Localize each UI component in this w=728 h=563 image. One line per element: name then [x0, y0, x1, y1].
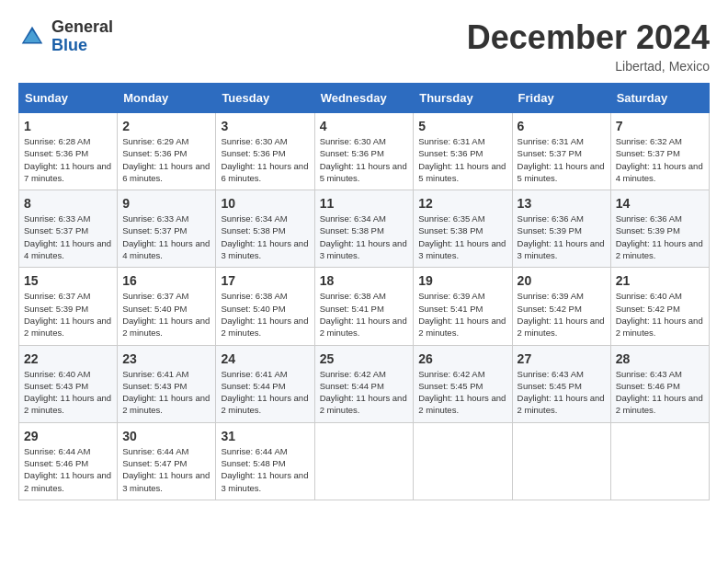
table-row: 4 Sunrise: 6:30 AM Sunset: 5:36 PM Dayli…: [314, 113, 414, 190]
table-row: 25 Sunrise: 6:42 AM Sunset: 5:44 PM Dayl…: [314, 345, 414, 422]
day-number: 25: [320, 351, 409, 366]
col-wednesday: Wednesday: [314, 84, 414, 113]
day-number: 8: [24, 196, 112, 211]
title-block: December 2024 Libertad, Mexico: [467, 18, 710, 74]
logo-general: General: [51, 17, 113, 36]
day-info: Sunrise: 6:34 AM Sunset: 5:38 PM Dayligh…: [221, 213, 309, 261]
table-row: 27 Sunrise: 6:43 AM Sunset: 5:45 PM Dayl…: [512, 345, 610, 422]
day-info: Sunrise: 6:36 AM Sunset: 5:39 PM Dayligh…: [616, 213, 704, 261]
day-info: Sunrise: 6:37 AM Sunset: 5:39 PM Dayligh…: [24, 290, 112, 339]
table-row: 11 Sunrise: 6:34 AM Sunset: 5:38 PM Dayl…: [314, 190, 414, 268]
location: Libertad, Mexico: [467, 59, 710, 74]
day-number: 21: [616, 273, 704, 288]
logo-blue: Blue: [51, 36, 87, 54]
day-number: 17: [221, 273, 309, 288]
table-row: 20 Sunrise: 6:39 AM Sunset: 5:42 PM Dayl…: [512, 268, 610, 345]
day-number: 5: [418, 119, 506, 133]
table-row: 13 Sunrise: 6:36 AM Sunset: 5:39 PM Dayl…: [512, 190, 610, 268]
day-info: Sunrise: 6:31 AM Sunset: 5:36 PM Dayligh…: [418, 135, 506, 184]
table-row: 3 Sunrise: 6:30 AM Sunset: 5:36 PM Dayli…: [216, 113, 314, 190]
table-row: 29 Sunrise: 6:44 AM Sunset: 5:46 PM Dayl…: [19, 422, 118, 500]
table-row: 7 Sunrise: 6:32 AM Sunset: 5:37 PM Dayli…: [610, 113, 709, 190]
col-monday: Monday: [118, 84, 216, 113]
table-row: 30 Sunrise: 6:44 AM Sunset: 5:47 PM Dayl…: [118, 422, 216, 500]
day-number: 18: [320, 273, 409, 288]
table-row: [414, 422, 512, 500]
table-row: 28 Sunrise: 6:43 AM Sunset: 5:46 PM Dayl…: [610, 345, 709, 422]
table-row: [314, 422, 414, 500]
day-number: 3: [221, 119, 309, 133]
day-number: 1: [24, 119, 112, 133]
day-info: Sunrise: 6:44 AM Sunset: 5:46 PM Dayligh…: [24, 445, 112, 494]
table-row: 5 Sunrise: 6:31 AM Sunset: 5:36 PM Dayli…: [414, 113, 512, 190]
day-number: 13: [518, 196, 606, 211]
table-row: 24 Sunrise: 6:41 AM Sunset: 5:44 PM Dayl…: [216, 345, 314, 422]
day-info: Sunrise: 6:38 AM Sunset: 5:40 PM Dayligh…: [221, 290, 309, 339]
table-row: 15 Sunrise: 6:37 AM Sunset: 5:39 PM Dayl…: [19, 268, 118, 345]
col-saturday: Saturday: [610, 84, 709, 113]
calendar-header-row: Sunday Monday Tuesday Wednesday Thursday…: [19, 84, 710, 113]
day-number: 22: [24, 351, 112, 366]
col-sunday: Sunday: [19, 84, 118, 113]
table-row: 16 Sunrise: 6:37 AM Sunset: 5:40 PM Dayl…: [118, 268, 216, 345]
day-number: 29: [24, 429, 112, 443]
day-info: Sunrise: 6:43 AM Sunset: 5:46 PM Dayligh…: [616, 368, 704, 417]
day-info: Sunrise: 6:30 AM Sunset: 5:36 PM Dayligh…: [320, 135, 409, 184]
table-row: 31 Sunrise: 6:44 AM Sunset: 5:48 PM Dayl…: [216, 422, 314, 500]
day-number: 27: [518, 351, 606, 366]
calendar: Sunday Monday Tuesday Wednesday Thursday…: [18, 83, 710, 500]
month-title: December 2024: [467, 18, 710, 57]
day-info: Sunrise: 6:37 AM Sunset: 5:40 PM Dayligh…: [122, 290, 210, 339]
day-info: Sunrise: 6:43 AM Sunset: 5:45 PM Dayligh…: [518, 368, 606, 417]
table-row: 18 Sunrise: 6:38 AM Sunset: 5:41 PM Dayl…: [314, 268, 414, 345]
day-info: Sunrise: 6:36 AM Sunset: 5:39 PM Dayligh…: [518, 213, 606, 261]
day-info: Sunrise: 6:28 AM Sunset: 5:36 PM Dayligh…: [24, 135, 112, 184]
day-number: 9: [122, 196, 210, 211]
day-info: Sunrise: 6:32 AM Sunset: 5:37 PM Dayligh…: [616, 135, 704, 184]
day-number: 12: [418, 196, 506, 211]
table-row: 21 Sunrise: 6:40 AM Sunset: 5:42 PM Dayl…: [610, 268, 709, 345]
table-row: 23 Sunrise: 6:41 AM Sunset: 5:43 PM Dayl…: [118, 345, 216, 422]
day-info: Sunrise: 6:34 AM Sunset: 5:38 PM Dayligh…: [320, 213, 409, 261]
table-row: 2 Sunrise: 6:29 AM Sunset: 5:36 PM Dayli…: [118, 113, 216, 190]
day-number: 7: [616, 119, 704, 133]
table-row: 14 Sunrise: 6:36 AM Sunset: 5:39 PM Dayl…: [610, 190, 709, 268]
day-number: 28: [616, 351, 704, 366]
day-info: Sunrise: 6:31 AM Sunset: 5:37 PM Dayligh…: [518, 135, 606, 184]
day-info: Sunrise: 6:41 AM Sunset: 5:44 PM Dayligh…: [221, 368, 309, 417]
day-info: Sunrise: 6:30 AM Sunset: 5:36 PM Dayligh…: [221, 135, 309, 184]
day-number: 30: [122, 429, 210, 443]
table-row: 19 Sunrise: 6:39 AM Sunset: 5:41 PM Dayl…: [414, 268, 512, 345]
calendar-week-5: 29 Sunrise: 6:44 AM Sunset: 5:46 PM Dayl…: [19, 422, 710, 500]
calendar-week-3: 15 Sunrise: 6:37 AM Sunset: 5:39 PM Dayl…: [19, 268, 710, 345]
day-number: 20: [518, 273, 606, 288]
table-row: [512, 422, 610, 500]
day-number: 26: [418, 351, 506, 366]
day-info: Sunrise: 6:35 AM Sunset: 5:38 PM Dayligh…: [418, 213, 506, 261]
col-friday: Friday: [512, 84, 610, 113]
table-row: 10 Sunrise: 6:34 AM Sunset: 5:38 PM Dayl…: [216, 190, 314, 268]
day-number: 16: [122, 273, 210, 288]
day-info: Sunrise: 6:40 AM Sunset: 5:42 PM Dayligh…: [616, 290, 704, 339]
table-row: 1 Sunrise: 6:28 AM Sunset: 5:36 PM Dayli…: [19, 113, 118, 190]
day-number: 11: [320, 196, 409, 211]
day-info: Sunrise: 6:42 AM Sunset: 5:44 PM Dayligh…: [320, 368, 409, 417]
calendar-week-1: 1 Sunrise: 6:28 AM Sunset: 5:36 PM Dayli…: [19, 113, 710, 190]
logo-icon: [18, 23, 46, 51]
day-info: Sunrise: 6:44 AM Sunset: 5:48 PM Dayligh…: [221, 445, 309, 494]
col-tuesday: Tuesday: [216, 84, 314, 113]
col-thursday: Thursday: [414, 84, 512, 113]
day-info: Sunrise: 6:39 AM Sunset: 5:42 PM Dayligh…: [518, 290, 606, 339]
day-number: 10: [221, 196, 309, 211]
page-header: General Blue December 2024 Libertad, Mex…: [18, 18, 710, 74]
day-info: Sunrise: 6:29 AM Sunset: 5:36 PM Dayligh…: [122, 135, 210, 184]
day-number: 24: [221, 351, 309, 366]
day-number: 6: [518, 119, 606, 133]
table-row: 12 Sunrise: 6:35 AM Sunset: 5:38 PM Dayl…: [414, 190, 512, 268]
calendar-week-4: 22 Sunrise: 6:40 AM Sunset: 5:43 PM Dayl…: [19, 345, 710, 422]
day-number: 15: [24, 273, 112, 288]
table-row: 9 Sunrise: 6:33 AM Sunset: 5:37 PM Dayli…: [118, 190, 216, 268]
day-number: 19: [418, 273, 506, 288]
day-info: Sunrise: 6:33 AM Sunset: 5:37 PM Dayligh…: [24, 213, 112, 261]
day-info: Sunrise: 6:33 AM Sunset: 5:37 PM Dayligh…: [122, 213, 210, 261]
